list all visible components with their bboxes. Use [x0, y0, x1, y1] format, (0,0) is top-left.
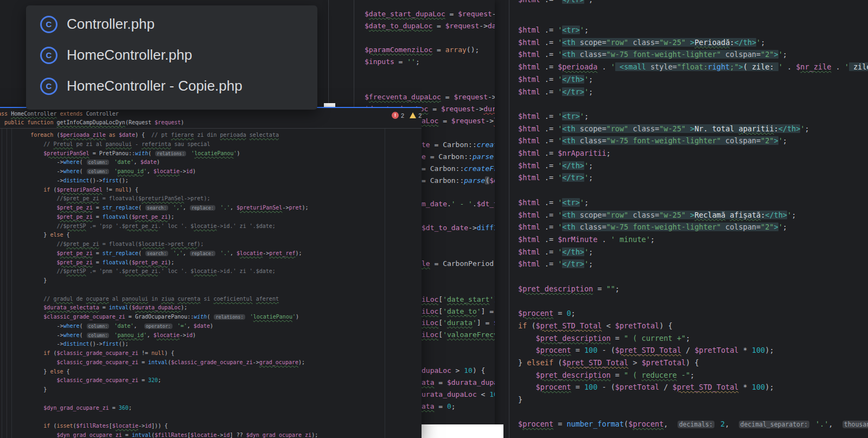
code-line[interactable]: $inputs = ''; [365, 56, 420, 68]
code-line[interactable]: m_date.' - '.$dt_to [422, 198, 495, 210]
code-line[interactable]: aLoc = $request->lo [422, 115, 495, 127]
code-line[interactable]: class HomeController extends Controller [0, 110, 119, 119]
code-line[interactable]: $html .= '</th>'; [518, 73, 593, 86]
code-line[interactable]: = Carbon::createFro [422, 163, 495, 175]
code-line[interactable]: dupaLoc > 10) { [422, 365, 485, 377]
code-line[interactable]: $html .= '<th scope="row" class="w-25" >… [518, 209, 796, 221]
code-line[interactable]: //$pret_pe_zi = floatval($locatie->pret_… [0, 240, 203, 249]
right-margin-guide [385, 108, 385, 438]
code-line[interactable]: ->where( column: 'date', $date) [0, 158, 160, 167]
code-line[interactable]: $procent = 0; [518, 307, 576, 320]
code-line[interactable]: $pret_description = " ( reducere -"; [518, 369, 694, 382]
code-line[interactable]: iLoc['valoareFrecve [422, 329, 495, 341]
code-line[interactable]: $pret_description = ""; [518, 283, 620, 295]
code-line[interactable]: $html .= '<tr>'; [518, 110, 589, 123]
code-line[interactable]: $pret_pe_zi = floatval($pret_pe_zi); [0, 258, 174, 268]
code-line[interactable]: $html .= $perioada . ' <small style="flo… [518, 61, 868, 73]
inspections-widget[interactable]: ! 2 20 [392, 112, 422, 119]
code-line[interactable]: iLoc['durata'] = $d [422, 317, 495, 329]
code-line[interactable]: $preturiPanSel = PretPanou::with( relati… [0, 149, 240, 158]
code-line[interactable]: $html .= '</th>'; [518, 160, 593, 172]
code-line[interactable]: $procent = 100 - ($pret_STD_Total / $pre… [518, 344, 774, 357]
warning-icon [410, 112, 416, 118]
code-line[interactable]: $paramComenziLoc = array(); [365, 44, 479, 56]
code-line[interactable]: $pret_pe_zi = floatval($pret_pe_zi); [0, 213, 174, 222]
sticky-context-lines[interactable]: ! 2 20 class HomeController extends Cont… [0, 108, 422, 129]
code-line[interactable]: $durata_selectata = intval($durata_dupaL… [0, 303, 187, 313]
code-line[interactable]: if ($preturiPanSel != null) { [0, 186, 138, 195]
code-line[interactable]: $procent = 100 - ($pretTotal / $pret_STD… [518, 381, 774, 393]
code-line[interactable]: $date_start_dupaLoc = $request- [365, 8, 495, 20]
code-line[interactable]: e = Carbon::parse($ [422, 151, 495, 163]
class-icon: C [40, 16, 58, 33]
code-line[interactable]: if ($pret_STD_Total < $pretTotal) { [518, 320, 673, 332]
popup-item-homecontroller[interactable]: C HomeController.php [40, 40, 192, 71]
code-line[interactable]: ->where( column: 'date', operator: '=', … [0, 322, 213, 331]
code-line[interactable]: $classic_grade_ocupare_zi = intval($clas… [0, 358, 305, 367]
code-line[interactable]: $html .= '<tr>'; [518, 24, 589, 36]
code-line[interactable]: $pret_pe_zi = str_replace( search: ',', … [0, 204, 309, 213]
code-line[interactable]: //$pret_pe_zi = floatval($preturiPanSel-… [0, 194, 210, 204]
code-line[interactable]: } else { [0, 231, 70, 240]
code-line[interactable]: } [518, 393, 522, 406]
code-line[interactable]: $html .= '</th>'; [518, 246, 593, 258]
code-line[interactable]: } [0, 276, 47, 285]
code-line[interactable]: $classic_grade_ocupare_zi = GradOcupareP… [0, 313, 299, 322]
code-line[interactable]: } [0, 385, 47, 395]
code-line[interactable]: $html .= '</tr>'; [518, 172, 593, 184]
code-line[interactable]: = Carbon::parse($dt [422, 175, 495, 187]
code-line[interactable]: //$pretSP .= 'pnm '.$pret_pe_zi.' loc '.… [0, 267, 276, 276]
code-line[interactable]: $pret_description = " ( current +"; [518, 332, 690, 345]
code-line[interactable]: $html .= '</tr>'; [518, 86, 593, 98]
code-line[interactable]: //$pretSP .= 'psp '.$pret_pe_zi.' loc '.… [0, 222, 276, 231]
code-line[interactable]: ->distinct()->first(); [0, 176, 129, 186]
code-line[interactable]: $html .= '<tr>'; [518, 196, 589, 209]
file-switcher-popup[interactable]: C Controller.php C HomeController.php C … [26, 5, 317, 110]
code-line[interactable]: $dyn_grad_ocupare_zi = intval($fillRates… [0, 431, 318, 438]
code-line[interactable]: $dyn_grad_ocupare_zi = 360; [0, 404, 132, 413]
code-line[interactable]: foreach ($perioada_zile as $date) { // p… [0, 131, 279, 140]
code-line[interactable]: $procent = number_format($procent, decim… [518, 418, 868, 430]
code-line[interactable]: $html .= '<th class="w-75 font-weight-li… [518, 221, 787, 233]
code-line[interactable]: iLoc['date_to'] = $ [422, 306, 495, 318]
warning-count: 20 [418, 112, 422, 119]
code-line[interactable]: le = CarbonPeriod:: [422, 258, 495, 270]
code-line[interactable]: $frecventa_dupaLoc = $request-> [365, 91, 495, 103]
popup-item-controller[interactable]: C Controller.php [40, 9, 155, 40]
code-line[interactable]: $html .= '<th class="w-75 font-weight-li… [518, 48, 787, 61]
class-icon: C [40, 47, 58, 64]
code-line[interactable]: ata = $durata_dupaL [422, 377, 495, 389]
code-line[interactable]: $date_to_dupaLoc = $request->da [365, 20, 495, 32]
code-line[interactable]: public function getInfoCampDupaLocDyn(Re… [0, 118, 184, 128]
code-line[interactable]: $pret_pe_zi = str_replace( search: ',', … [0, 249, 302, 258]
code-line[interactable]: // gradul de ocupare al panoului in ziua… [0, 295, 279, 304]
code-line[interactable]: urata_dupaLoc < 10) [422, 389, 495, 401]
code-line[interactable]: $html .= $nrMinute . ' minute'; [518, 233, 655, 246]
code-line[interactable]: ata = 0; [422, 401, 456, 412]
code-line[interactable]: ->where( column: 'panou_id', $locatie->i… [0, 331, 196, 340]
code-line[interactable]: $html .= '</tr>'; [518, 0, 593, 6]
file-name: Controller.php [67, 16, 155, 33]
ide-root: { "colors": { "accent": "#3574f0", "erro… [0, 0, 868, 438]
code-line[interactable]: if ($classic_grade_ocupare_zi != null) { [0, 349, 174, 358]
popup-item-homecontroller-copie[interactable]: C HomeController - Copie.php [40, 71, 242, 101]
class-icon: C [40, 78, 58, 95]
code-line[interactable]: $html .= '<th class="w-75 font-weight-li… [518, 135, 787, 147]
code-line[interactable]: $html .= '</tr>'; [518, 258, 593, 270]
code-line[interactable]: // Pretul pe zi al panoului - referinta … [0, 140, 210, 149]
code-line[interactable]: iLoc['date_start'] [422, 294, 495, 306]
code-line[interactable]: te = Carbon::create [422, 139, 495, 151]
code-line[interactable]: $classic_grade_ocupare_zi = 320; [0, 376, 161, 385]
code-line[interactable]: } elseif ($pret_STD_Total > $pretTotal) … [518, 357, 699, 369]
code-line[interactable]: $html .= '<th scope="row" class="w-25" >… [518, 123, 809, 135]
left-editor-window[interactable]: foreach ($perioada_zile as $date) { // p… [0, 107, 422, 438]
code-line[interactable]: } else { [0, 367, 70, 377]
file-name: HomeController.php [67, 47, 192, 64]
code-line[interactable]: $html .= '<th scope="row" class="w-25" >… [518, 36, 765, 49]
code-line[interactable]: ->where( column: 'panou_id', $locatie->i… [0, 167, 196, 176]
code-line[interactable]: ->distinct()->first(); [0, 340, 129, 349]
code-line[interactable]: $dt_to_date->diffIn [422, 222, 495, 234]
code-line[interactable]: if (isset($fillRates[$locatie->id])) { [0, 422, 168, 431]
white-overlay-bottom [418, 424, 503, 438]
code-line[interactable]: $html .= $nrAparitii; [518, 147, 611, 160]
